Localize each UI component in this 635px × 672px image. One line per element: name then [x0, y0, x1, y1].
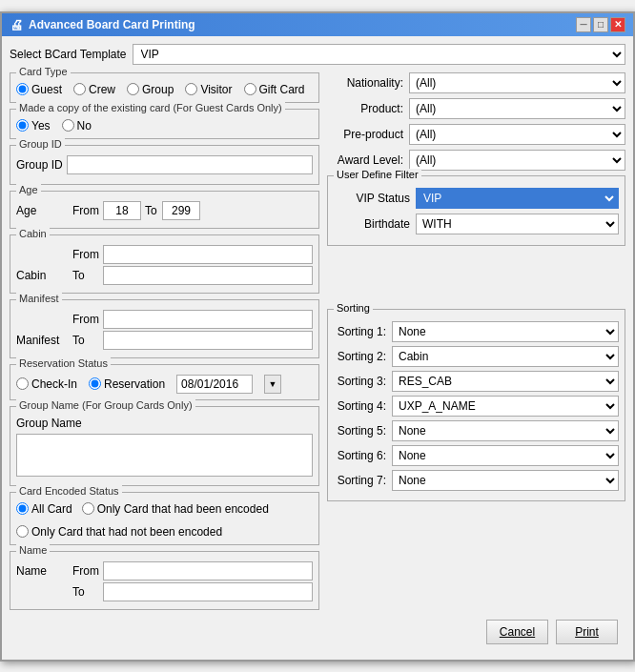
sorting-3-label: Sorting 3:: [334, 375, 386, 388]
maximize-button[interactable]: □: [593, 17, 608, 32]
age-from-input[interactable]: [103, 201, 141, 220]
age-group: Age Age From To: [10, 191, 319, 229]
age-row: Age From To: [16, 201, 313, 220]
nationality-select[interactable]: (All): [409, 72, 625, 93]
print-button[interactable]: Print: [556, 620, 618, 644]
sorting-content: Sorting 1: None Sorting 2: Cabin: [334, 321, 619, 491]
sorting-2-label: Sorting 2:: [334, 350, 386, 363]
copy-card-group: Made a copy of the existing card (For Gu…: [10, 109, 319, 139]
left-panel: Card Type Guest Crew Group: [10, 72, 319, 616]
cabin-to-row: Cabin To: [16, 266, 313, 285]
cancel-button[interactable]: Cancel: [486, 620, 548, 644]
group-name-textarea[interactable]: [16, 434, 313, 477]
manifest-group: Manifest From Manifest To: [10, 299, 319, 358]
product-select[interactable]: (All): [409, 98, 625, 119]
template-select[interactable]: VIP: [133, 44, 625, 65]
copy-no[interactable]: No: [62, 119, 92, 132]
template-label: Select BCard Template: [10, 48, 127, 61]
group-id-input[interactable]: [67, 155, 313, 174]
product-row: Product: (All): [327, 98, 625, 119]
sorting-3-select[interactable]: RES_CAB: [392, 371, 619, 392]
sorting-5-row: Sorting 5: None: [334, 420, 619, 441]
title-bar: 🖨 Advanced Board Card Printing ─ □ ✕: [2, 13, 633, 36]
manifest-title: Manifest: [16, 293, 62, 304]
sorting-7-select[interactable]: None: [392, 470, 619, 491]
encoded-yes[interactable]: Only Card that had been encoded: [82, 502, 269, 516]
manifest-from-label: From: [72, 313, 99, 326]
age-to-input[interactable]: [162, 201, 200, 220]
cabin-to-input[interactable]: [103, 266, 313, 285]
card-type-group[interactable]: Group: [127, 83, 174, 96]
sorting-6-row: Sorting 6: None: [334, 445, 619, 466]
encoded-no[interactable]: Only Card that had not been encoded: [16, 525, 222, 539]
status-reservation[interactable]: Reservation: [89, 377, 165, 391]
birthdate-select[interactable]: WITH: [416, 214, 619, 234]
name-to-row: To: [16, 582, 313, 601]
vip-status-row: VIP Status VIP: [334, 188, 619, 209]
cabin-to-label: To: [72, 269, 99, 282]
sorting-1-select[interactable]: None: [392, 321, 619, 342]
nationality-row: Nationality: (All): [327, 72, 625, 93]
card-type-giftcard[interactable]: Gift Card: [244, 83, 305, 96]
copy-card-title: Made a copy of the existing card (For Gu…: [16, 102, 285, 113]
manifest-to-input[interactable]: [103, 331, 313, 350]
card-encoded-content: All Card Only Card that had been encoded…: [16, 502, 313, 539]
product-label: Product:: [327, 102, 403, 115]
name-from-input[interactable]: [103, 561, 313, 580]
card-type-content: Guest Crew Group Visitor: [16, 83, 313, 96]
cabin-from-input[interactable]: [103, 245, 313, 264]
sorting-4-select[interactable]: UXP_A_NAME: [392, 396, 619, 417]
manifest-content: From Manifest To: [16, 310, 313, 350]
preproduct-select[interactable]: (All): [409, 124, 625, 145]
cabin-group: Cabin From Cabin To: [10, 234, 319, 294]
right-panel: Nationality: (All) Product: (All) Pre-pr…: [327, 72, 625, 616]
reservation-date-input[interactable]: [176, 375, 253, 394]
name-group: Name Name From To: [10, 551, 319, 610]
card-type-crew[interactable]: Crew: [73, 83, 115, 96]
minimize-button[interactable]: ─: [576, 17, 591, 32]
manifest-from-row: From: [16, 310, 313, 329]
sorting-6-select[interactable]: None: [392, 445, 619, 466]
status-checkin[interactable]: Check-In: [16, 377, 77, 391]
group-name-label-row: Group Name: [16, 417, 313, 430]
group-id-label: Group ID: [16, 158, 63, 172]
copy-yes[interactable]: Yes: [16, 119, 51, 132]
sorting-3-row: Sorting 3: RES_CAB: [334, 371, 619, 392]
user-define-title: User Define Filter: [334, 169, 421, 180]
encoded-all[interactable]: All Card: [16, 502, 72, 516]
group-id-row: Group ID: [16, 155, 313, 174]
sorting-7-label: Sorting 7:: [334, 474, 386, 487]
date-dropdown-btn[interactable]: ▼: [264, 375, 281, 394]
name-title: Name: [16, 544, 50, 556]
age-title: Age: [16, 184, 41, 195]
group-id-title: Group ID: [16, 138, 65, 150]
bottom-buttons: Cancel Print: [10, 616, 625, 652]
template-row: Select BCard Template VIP: [10, 44, 625, 65]
user-define-group: User Define Filter VIP Status VIP Birthd…: [327, 175, 625, 246]
age-to-label: To: [145, 204, 158, 217]
close-button[interactable]: ✕: [610, 17, 625, 32]
sorting-1-row: Sorting 1: None: [334, 321, 619, 342]
group-name-label: Group Name: [16, 417, 82, 430]
card-type-guest[interactable]: Guest: [16, 83, 62, 96]
name-content: Name From To: [16, 561, 313, 601]
manifest-label: Manifest: [16, 334, 69, 347]
manifest-from-input[interactable]: [103, 310, 313, 329]
name-label: Name: [16, 564, 69, 578]
vip-status-select[interactable]: VIP: [416, 188, 619, 209]
group-name-group: Group Name (For Group Cards Only) Group …: [10, 406, 319, 486]
sorting-5-select[interactable]: None: [392, 420, 619, 441]
name-from-label: From: [72, 564, 99, 578]
name-to-input[interactable]: [103, 582, 313, 601]
sorting-2-select[interactable]: Cabin: [392, 346, 619, 367]
reservation-status-row: Check-In Reservation ▼: [16, 375, 313, 394]
award-select[interactable]: (All): [409, 150, 625, 171]
window-title: Advanced Board Card Printing: [29, 18, 195, 31]
cabin-from-row: From: [16, 245, 313, 264]
sorting-4-row: Sorting 4: UXP_A_NAME: [334, 396, 619, 417]
manifest-to-label: To: [72, 334, 99, 347]
user-define-content: VIP Status VIP Birthdate WITH: [334, 188, 619, 234]
main-window: 🖨 Advanced Board Card Printing ─ □ ✕ Sel…: [0, 11, 635, 662]
age-content: Age From To: [16, 201, 313, 220]
card-type-visitor[interactable]: Visitor: [185, 83, 232, 96]
